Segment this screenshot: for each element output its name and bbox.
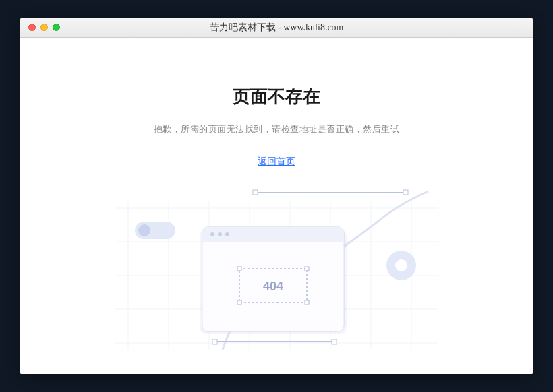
titlebar: 苦力吧素材下载 - www.kuli8.com (20, 18, 533, 38)
svg-rect-21 (332, 339, 337, 344)
svg-rect-33 (237, 267, 241, 271)
svg-point-31 (225, 232, 229, 236)
toggle-shape (135, 222, 175, 239)
browser-window: 苦力吧素材下载 - www.kuli8.com 页面不存在 抱歉，所需的页面无法… (20, 18, 533, 374)
traffic-lights (28, 24, 60, 31)
svg-point-16 (395, 259, 407, 271)
donut-shape (386, 251, 416, 280)
error-illustration: 404 (115, 188, 438, 350)
home-link[interactable]: 返回首页 (258, 156, 295, 168)
error-message: 抱歉，所需的页面无法找到，请检查地址是否正确，然后重试 (154, 123, 400, 135)
svg-rect-18 (403, 190, 408, 195)
svg-rect-20 (212, 339, 217, 344)
svg-rect-36 (305, 300, 309, 304)
page-content: 页面不存在 抱歉，所需的页面无法找到，请检查地址是否正确，然后重试 返回首页 (20, 38, 533, 374)
minimize-icon[interactable] (40, 24, 48, 31)
svg-rect-34 (305, 267, 309, 271)
svg-rect-35 (237, 300, 241, 304)
window-title: 苦力吧素材下载 - www.kuli8.com (20, 22, 533, 34)
close-icon[interactable] (28, 24, 36, 31)
page-title: 页面不存在 (233, 85, 320, 108)
svg-point-30 (218, 232, 222, 236)
svg-rect-28 (202, 236, 344, 242)
svg-point-29 (210, 232, 214, 236)
error-code: 404 (263, 280, 283, 293)
maximize-icon[interactable] (53, 24, 60, 31)
svg-rect-17 (253, 190, 258, 195)
svg-point-14 (138, 224, 150, 236)
